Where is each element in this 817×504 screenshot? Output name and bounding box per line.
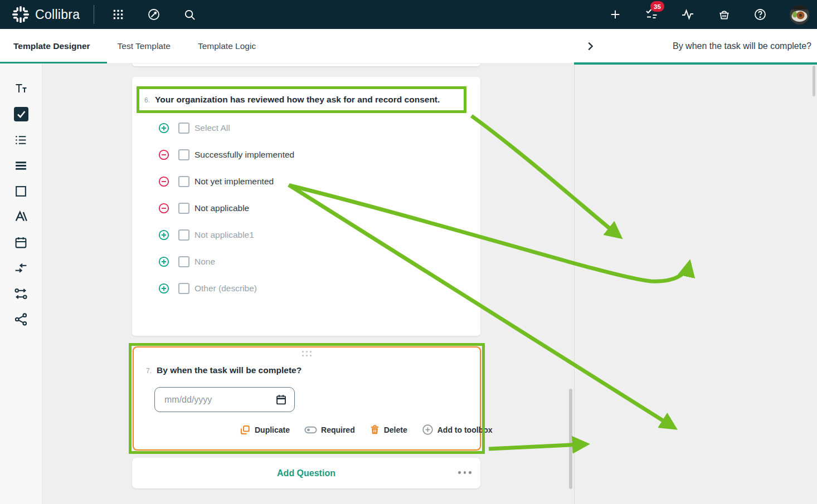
question6-text[interactable]: Your organization has reviewed how they …	[155, 95, 440, 105]
remove-option-icon[interactable]	[158, 149, 169, 160]
required-toggle-button[interactable]: Required	[304, 425, 355, 434]
option-checkbox[interactable]	[178, 149, 189, 160]
drag-handle-icon[interactable]	[302, 351, 312, 357]
basket-icon[interactable]	[717, 8, 731, 21]
option-checkbox[interactable]	[178, 283, 189, 294]
navbar-right-icons: 35	[609, 5, 809, 25]
tab-template-designer[interactable]: Template Designer	[13, 41, 90, 51]
brand-name: Collibra	[35, 7, 80, 22]
question7-actions: Duplicate Required Delete	[240, 424, 493, 436]
tool-sidebar	[0, 63, 42, 504]
collapse-panel-icon[interactable]	[584, 40, 596, 52]
option-row: Not applicable	[158, 195, 470, 222]
rectangle-icon[interactable]	[14, 184, 28, 198]
toggle-icon	[304, 426, 317, 434]
checkbox-selected-icon[interactable]	[14, 107, 28, 121]
add-question-button[interactable]: Add Question	[277, 468, 335, 478]
question6-options: Select All Successfully implemented Not …	[158, 115, 470, 302]
top-navbar: Collibra	[0, 0, 817, 29]
option-checkbox[interactable]	[178, 229, 189, 241]
circle-plus-icon	[422, 424, 434, 436]
tab-test-template[interactable]: Test Template	[118, 41, 171, 51]
question7-number: 7.	[146, 367, 152, 375]
paragraph-icon[interactable]	[14, 158, 28, 173]
option-label[interactable]: None	[194, 257, 215, 267]
option-row: Not yet implemented	[158, 168, 470, 195]
activity-icon[interactable]	[681, 8, 694, 21]
option-label[interactable]: Not applicable1	[194, 230, 254, 240]
option-label[interactable]: Not applicable	[194, 203, 249, 213]
active-tab-underline	[0, 62, 107, 63]
option-label[interactable]: Successfully implemented	[194, 150, 294, 160]
user-avatar[interactable]	[790, 5, 809, 25]
add-to-toolbox-button[interactable]: Add to toolbox	[422, 424, 493, 436]
workflow-icon[interactable]	[14, 286, 28, 301]
tasks-icon[interactable]: 35	[645, 8, 658, 21]
template-designer-app: Collibra	[0, 0, 817, 504]
option-row: Successfully implemented	[158, 141, 470, 168]
apps-grid-icon[interactable]	[111, 8, 125, 21]
merge-arrows-icon[interactable]	[14, 261, 28, 275]
plus-icon[interactable]	[609, 8, 622, 21]
focused-field-top-border	[574, 62, 817, 65]
font-style-icon[interactable]	[14, 209, 28, 224]
tab-template-logic[interactable]: Template Logic	[198, 41, 256, 51]
compass-icon[interactable]	[147, 8, 161, 21]
more-options-icon[interactable]	[458, 471, 471, 474]
duplicate-button[interactable]: Duplicate	[240, 424, 290, 436]
duplicate-icon	[240, 424, 251, 436]
add-option-icon[interactable]	[158, 256, 169, 267]
main-scrollbar[interactable]	[569, 389, 572, 489]
option-label[interactable]: Other (describe)	[194, 283, 257, 293]
text-format-icon[interactable]	[14, 81, 28, 96]
option-row: Not applicable1	[158, 222, 470, 248]
option-row: None	[158, 248, 470, 275]
calendar-icon[interactable]	[14, 235, 28, 249]
help-icon[interactable]	[753, 8, 767, 21]
add-option-icon[interactable]	[158, 123, 169, 134]
option-label[interactable]: Not yet implemented	[194, 177, 274, 187]
panel-header: By when the task will be complete?	[574, 29, 817, 63]
share-icon[interactable]	[14, 312, 28, 326]
option-row: Select All	[158, 115, 470, 141]
question6-title-highlight: 6. Your organization has reviewed how th…	[137, 86, 466, 113]
add-question-card: Add Question	[132, 458, 480, 488]
option-checkbox[interactable]	[178, 176, 189, 187]
tab-bar: Template Designer Test Template Template…	[0, 29, 574, 63]
delete-button[interactable]: Delete	[369, 424, 407, 436]
question7-title-row: 7. By when the task will be complete?	[146, 365, 301, 375]
remove-option-icon[interactable]	[158, 203, 169, 214]
question7-title[interactable]: By when the task will be complete?	[157, 365, 301, 375]
option-checkbox[interactable]	[178, 123, 189, 134]
trash-icon	[369, 424, 380, 436]
panel-scrollbar[interactable]	[813, 66, 815, 96]
option-row: Other (describe)	[158, 275, 470, 302]
navbar-divider	[94, 5, 94, 24]
tasks-badge: 35	[650, 1, 664, 12]
date-input[interactable]	[154, 387, 295, 412]
collibra-logo-icon[interactable]	[12, 6, 29, 23]
search-icon[interactable]	[183, 8, 196, 21]
option-label[interactable]: Select All	[194, 123, 230, 133]
option-checkbox[interactable]	[178, 256, 189, 267]
question6-number: 6.	[144, 96, 150, 104]
remove-option-icon[interactable]	[158, 176, 169, 187]
bulleted-list-icon[interactable]	[14, 133, 28, 147]
panel-title: By when the task will be complete?	[673, 41, 811, 51]
add-option-icon[interactable]	[158, 283, 169, 294]
option-checkbox[interactable]	[178, 203, 189, 214]
properties-panel	[574, 29, 817, 504]
add-option-icon[interactable]	[158, 229, 169, 241]
